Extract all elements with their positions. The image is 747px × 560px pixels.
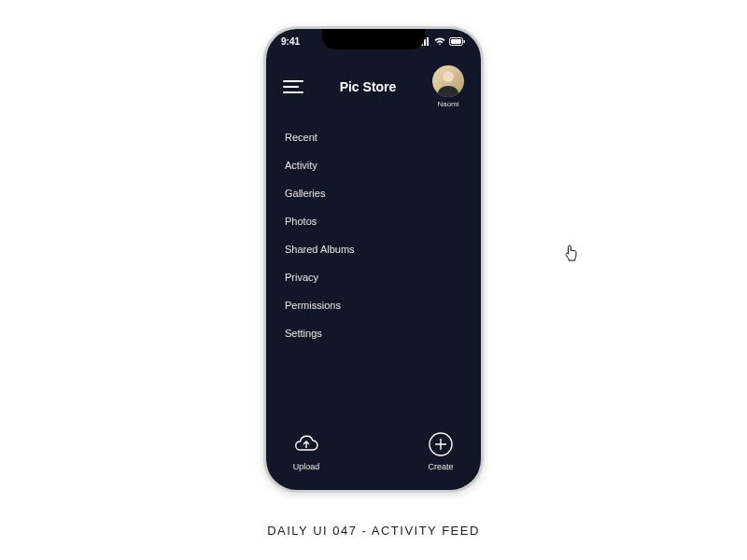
battery-icon [449, 37, 466, 46]
svg-rect-3 [427, 37, 429, 46]
phone-frame: 9:41 Pic Store Naomi Recent Activity Gal… [263, 26, 484, 493]
menu-item-permissions[interactable]: Permissions [285, 300, 462, 311]
profile[interactable]: Naomi [432, 65, 464, 108]
upload-button[interactable]: Upload [292, 430, 320, 471]
cursor-pointer-icon [564, 245, 579, 265]
create-button[interactable]: Create [427, 430, 455, 471]
page-caption: DAILY UI 047 - ACTIVITY FEED [0, 524, 747, 538]
menu-icon[interactable] [283, 80, 303, 93]
menu-item-galleries[interactable]: Galleries [285, 188, 462, 199]
status-indicators [418, 37, 466, 46]
app-header: Pic Store Naomi [266, 63, 481, 111]
notch [322, 29, 425, 49]
create-label: Create [428, 462, 453, 471]
phone-screen: 9:41 Pic Store Naomi Recent Activity Gal… [266, 29, 481, 490]
nav-menu: Recent Activity Galleries Photos Shared … [285, 132, 462, 339]
avatar[interactable] [432, 65, 464, 97]
menu-item-shared-albums[interactable]: Shared Albums [285, 244, 462, 255]
cloud-upload-icon [292, 430, 320, 458]
menu-item-privacy[interactable]: Privacy [285, 272, 462, 283]
wifi-icon [434, 37, 445, 46]
menu-item-activity[interactable]: Activity [285, 160, 462, 171]
bottom-actions: Upload Create [266, 430, 481, 471]
profile-name: Naomi [437, 100, 458, 108]
plus-circle-icon [427, 430, 455, 458]
menu-item-settings[interactable]: Settings [285, 328, 462, 339]
menu-item-recent[interactable]: Recent [285, 132, 462, 143]
app-title: Pic Store [340, 79, 397, 94]
upload-label: Upload [293, 462, 320, 471]
svg-rect-5 [451, 39, 461, 44]
svg-rect-6 [464, 40, 466, 43]
menu-item-photos[interactable]: Photos [285, 216, 462, 227]
status-time: 9:41 [281, 36, 300, 47]
